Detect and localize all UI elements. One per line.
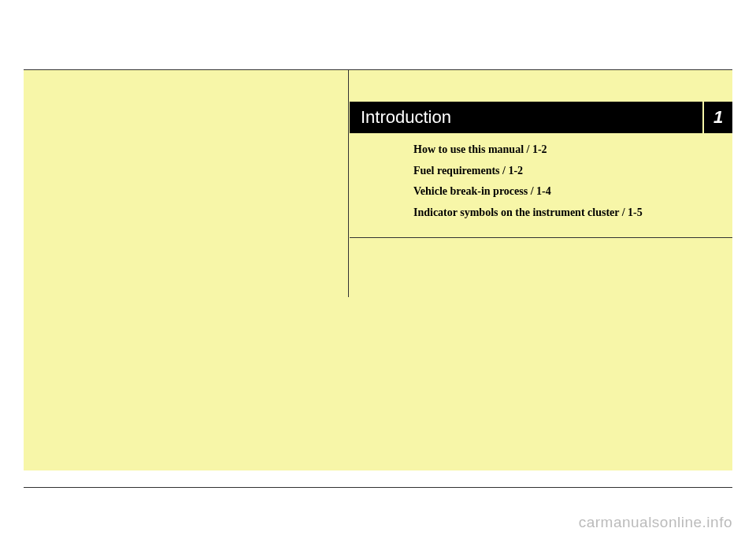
chapter-header-bar: Introduction 1: [350, 102, 732, 133]
toc-entry: Fuel requirements / 1-2: [413, 163, 724, 179]
watermark-text: carmanualsonline.info: [579, 514, 732, 531]
chapter-title: Introduction: [350, 107, 451, 128]
bottom-horizontal-rule: [24, 487, 732, 488]
vertical-divider: [348, 69, 349, 297]
toc-entry: How to use this manual / 1-2: [413, 142, 724, 158]
contents-bottom-rule: [350, 237, 732, 238]
chapter-number: 1: [702, 102, 732, 133]
toc-entry: Indicator symbols on the instrument clus…: [413, 205, 724, 221]
table-of-contents: How to use this manual / 1-2 Fuel requir…: [413, 142, 724, 225]
toc-entry: Vehicle break-in process / 1-4: [413, 184, 724, 199]
